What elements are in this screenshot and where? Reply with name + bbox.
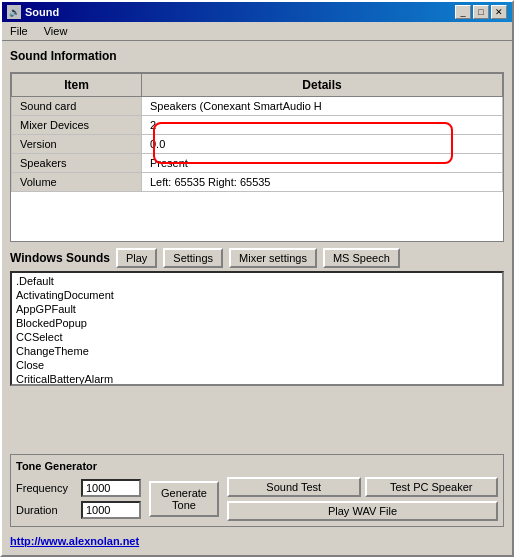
table-row: Speakers Present <box>12 154 503 173</box>
row-details: Present <box>142 154 503 173</box>
minimize-button[interactable]: _ <box>455 5 471 19</box>
row-details: Left: 65535 Right: 65535 <box>142 173 503 192</box>
list-item[interactable]: CCSelect <box>13 330 501 344</box>
frequency-row: Frequency <box>16 479 141 497</box>
sounds-header: Windows Sounds Play Settings Mixer setti… <box>10 248 504 268</box>
sound-info-table-container: Item Details Sound card Speakers (Conexa… <box>10 72 504 242</box>
tone-gen-fields: Frequency Duration <box>16 479 141 519</box>
tone-gen-title: Tone Generator <box>16 460 498 472</box>
main-window: 🔊 Sound _ □ ✕ File View Sound Informatio… <box>0 0 514 557</box>
sound-info-wrapper: Item Details Sound card Speakers (Conexa… <box>10 72 504 242</box>
play-button[interactable]: Play <box>116 248 157 268</box>
table-row: Sound card Speakers (Conexant SmartAudio… <box>12 97 503 116</box>
row-item: Mixer Devices <box>12 116 142 135</box>
ms-speech-button[interactable]: MS Speech <box>323 248 400 268</box>
menu-bar: File View <box>2 22 512 41</box>
duration-label: Duration <box>16 504 76 516</box>
content-area: Sound Information Item Details Sound car… <box>2 41 512 555</box>
menu-file[interactable]: File <box>7 24 31 38</box>
footer-link[interactable]: http://www.alexnolan.net <box>10 535 504 547</box>
window-icon: 🔊 <box>7 5 21 19</box>
sounds-section: Windows Sounds Play Settings Mixer setti… <box>10 248 504 448</box>
row-item: Volume <box>12 173 142 192</box>
sound-info-table: Item Details Sound card Speakers (Conexa… <box>11 73 503 192</box>
sounds-label: Windows Sounds <box>10 251 110 265</box>
sounds-list[interactable]: .Default ActivatingDocument AppGPFault B… <box>10 271 504 386</box>
row-details: 2 <box>142 116 503 135</box>
row-item: Version <box>12 135 142 154</box>
tone-gen-body: Frequency Duration Generate Tone <box>16 477 498 521</box>
menu-view[interactable]: View <box>41 24 71 38</box>
settings-button[interactable]: Settings <box>163 248 223 268</box>
list-item[interactable]: .Default <box>13 274 501 288</box>
sound-test-button[interactable]: Sound Test <box>227 477 361 497</box>
row-item: Sound card <box>12 97 142 116</box>
table-row: Version 0.0 <box>12 135 503 154</box>
col-item-header: Item <box>12 74 142 97</box>
col-details-header: Details <box>142 74 503 97</box>
section-title: Sound Information <box>10 49 504 63</box>
mixer-settings-button[interactable]: Mixer settings <box>229 248 317 268</box>
maximize-button[interactable]: □ <box>473 5 489 19</box>
tone-gen-middle: Generate Tone <box>149 481 219 517</box>
frequency-label: Frequency <box>16 482 76 494</box>
window-title: Sound <box>25 6 59 18</box>
test-pc-speaker-button[interactable]: Test PC Speaker <box>365 477 499 497</box>
table-row: Mixer Devices 2 <box>12 116 503 135</box>
row-details: Speakers (Conexant SmartAudio H <box>142 97 503 116</box>
list-item[interactable]: ActivatingDocument <box>13 288 501 302</box>
row-details: 0.0 <box>142 135 503 154</box>
title-bar-left: 🔊 Sound <box>7 5 59 19</box>
list-item[interactable]: CriticalBatteryAlarm <box>13 372 501 386</box>
play-wav-button[interactable]: Play WAV File <box>227 501 498 521</box>
tone-generator: Tone Generator Frequency Duration Genera… <box>10 454 504 527</box>
duration-input[interactable] <box>81 501 141 519</box>
list-item[interactable]: BlockedPopup <box>13 316 501 330</box>
list-item[interactable]: Close <box>13 358 501 372</box>
title-buttons: _ □ ✕ <box>455 5 507 19</box>
tone-right-bottom-row: Play WAV File <box>227 501 498 521</box>
table-row: Volume Left: 65535 Right: 65535 <box>12 173 503 192</box>
tone-right-top-row: Sound Test Test PC Speaker <box>227 477 498 497</box>
tone-gen-right: Sound Test Test PC Speaker Play WAV File <box>227 477 498 521</box>
list-item[interactable]: AppGPFault <box>13 302 501 316</box>
list-item[interactable]: ChangeTheme <box>13 344 501 358</box>
row-item: Speakers <box>12 154 142 173</box>
frequency-input[interactable] <box>81 479 141 497</box>
duration-row: Duration <box>16 501 141 519</box>
close-button[interactable]: ✕ <box>491 5 507 19</box>
generate-tone-button[interactable]: Generate Tone <box>149 481 219 517</box>
title-bar: 🔊 Sound _ □ ✕ <box>2 2 512 22</box>
